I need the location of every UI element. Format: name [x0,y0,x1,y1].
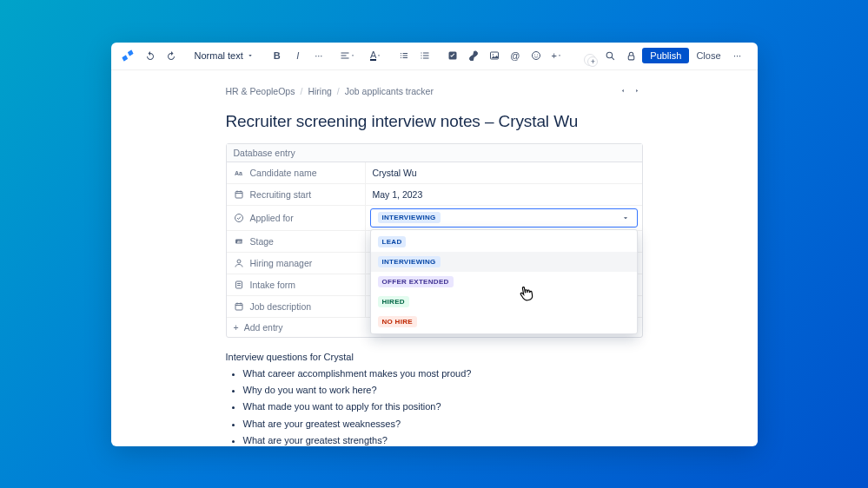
chevron-down-icon [350,53,355,58]
chevron-down-icon [376,53,381,58]
add-collaborator-button[interactable]: + [587,56,598,67]
more-actions-button[interactable]: ··· [728,46,747,65]
lock-button[interactable] [621,46,640,65]
breadcrumb-item[interactable]: Job applicants tracker [345,86,434,96]
stage-option-interviewing[interactable]: INTERVIEWING [371,252,637,272]
svg-point-13 [237,260,241,263]
number-list-button[interactable] [415,46,434,65]
more-format-button[interactable]: ··· [309,46,328,65]
database-panel: Database entry Aa Candidate name Crystal… [226,143,643,338]
question-item[interactable]: What career accomplishment makes you mos… [243,367,643,380]
form-icon [234,279,245,290]
text-style-label: Normal text [195,50,243,61]
questions-heading[interactable]: Interview questions for Crystal [226,352,643,362]
question-item[interactable]: What are your greatest strengths? [243,434,643,445]
expand-left-icon[interactable] [617,85,629,97]
emoji-button[interactable] [527,46,546,65]
editor-toolbar: Normal text B I ··· A [111,43,758,70]
svg-point-10 [235,214,243,221]
insert-button[interactable]: + [547,46,567,65]
close-button[interactable]: Close [691,48,726,63]
undo-button[interactable] [141,46,160,65]
svg-point-4 [534,55,535,56]
publish-button[interactable]: Publish [642,48,689,63]
svg-point-5 [537,55,538,56]
stage-option-offer-extended[interactable]: OFFER EXTENDED [371,272,637,292]
tag-icon: ABC [234,235,245,247]
chevron-down-icon [621,214,630,222]
align-button[interactable] [337,46,358,65]
svg-rect-9 [235,191,242,198]
app-window: Normal text B I ··· A [111,43,758,446]
svg-point-2 [493,54,494,56]
calendar-icon [234,188,245,200]
checklist-button[interactable] [443,46,462,65]
breadcrumb-item[interactable]: HR & PeopleOps [226,86,295,96]
mention-button[interactable]: @ [506,46,525,65]
breadcrumb-separator: / [337,86,340,96]
chevron-down-icon [247,52,254,59]
stage-option-lead[interactable]: LEAD [371,232,637,252]
redo-button[interactable] [162,46,181,65]
questions-list[interactable]: What career accomplishment makes you mos… [226,367,643,446]
image-button[interactable] [485,46,504,65]
svg-text:ABC: ABC [237,240,244,243]
italic-button[interactable]: I [288,46,308,65]
question-item[interactable]: What made you want to apply for this pos… [243,400,643,413]
svg-point-3 [532,52,540,60]
text-color-button[interactable]: A [367,46,386,65]
text-field-icon: Aa [234,167,245,178]
db-row-candidate-name: Aa Candidate name Crystal Wu [227,162,642,184]
breadcrumb-separator: / [300,86,302,96]
calendar-icon [234,300,245,312]
stage-dropdown: LEAD INTERVIEWING OFFER EXTENDED HIRED [370,229,638,334]
text-style-select[interactable]: Normal text [189,46,259,65]
bold-button[interactable]: B [268,46,287,65]
svg-point-6 [606,52,613,57]
app-logo-icon [122,49,134,62]
bullet-list-button[interactable] [394,46,414,65]
svg-rect-15 [235,303,242,310]
page-title[interactable]: Recruiter screening interview notes – Cr… [226,112,643,131]
stage-option-no-hire[interactable]: NO HIRE [371,312,637,332]
chevron-down-icon [557,53,562,58]
search-button[interactable] [600,46,620,65]
question-item[interactable]: Why do you want to work here? [243,384,643,397]
db-row-recruiting-start: Recruiting start May 1, 2023 [227,184,642,206]
svg-rect-7 [628,55,634,59]
database-panel-title: Database entry [227,144,642,162]
stage-option-hired[interactable]: HIRED [371,292,637,312]
selected-stage-chip: INTERVIEWING [378,212,441,223]
breadcrumb-actions [617,85,643,97]
expand-right-icon[interactable] [631,85,643,97]
svg-text:Aa: Aa [235,169,242,175]
stage-select[interactable]: INTERVIEWING [370,208,638,228]
editor-content[interactable]: HR & PeopleOps / Hiring / Job applicants… [111,70,758,446]
link-button[interactable] [464,46,483,65]
question-item[interactable]: What are your greatest weaknesses? [243,418,643,431]
breadcrumb-item[interactable]: Hiring [308,86,331,96]
db-row-applied-for: Applied for INTERVIEWING LEAD INT [227,206,642,231]
db-value-candidate-name[interactable]: Crystal Wu [366,162,642,183]
db-value-recruiting-start[interactable]: May 1, 2023 [366,184,642,205]
breadcrumb: HR & PeopleOps / Hiring / Job applicants… [226,82,434,100]
person-icon [234,257,245,268]
status-icon [234,212,245,223]
plus-icon: + [234,322,239,333]
